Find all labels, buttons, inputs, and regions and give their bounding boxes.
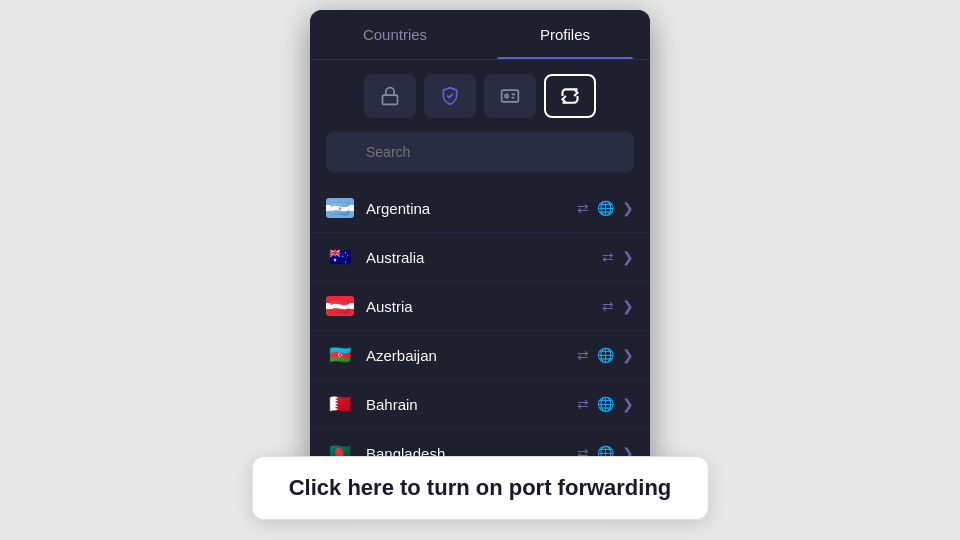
svg-rect-1 bbox=[502, 90, 519, 102]
flag-bahrain: 🇧🇭 bbox=[326, 394, 354, 414]
table-row[interactable]: 🇦🇿 Azerbaijan ⇄ 🌐 ❯ bbox=[310, 331, 650, 380]
country-name: Azerbaijan bbox=[366, 347, 577, 364]
tooltip-banner[interactable]: Click here to turn on port forwarding bbox=[252, 456, 709, 520]
tab-countries[interactable]: Countries bbox=[310, 10, 480, 59]
country-actions: ⇄ 🌐 ❯ bbox=[577, 347, 634, 363]
globe-icon[interactable]: 🌐 bbox=[597, 200, 614, 216]
country-actions: ⇄ 🌐 ❯ bbox=[577, 200, 634, 216]
tab-profiles[interactable]: Profiles bbox=[480, 10, 650, 59]
svg-point-2 bbox=[505, 94, 508, 97]
chevron-icon[interactable]: ❯ bbox=[622, 347, 634, 363]
table-row[interactable]: 🇦🇺 Australia ⇄ ❯ bbox=[310, 233, 650, 282]
search-container: 🔍 bbox=[310, 132, 650, 184]
lock-icon bbox=[380, 86, 400, 106]
forward-icon[interactable]: ⇄ bbox=[577, 200, 589, 216]
idcard-icon bbox=[500, 86, 520, 106]
vpn-panel: Countries Profiles bbox=[310, 10, 650, 478]
shield-icon-btn[interactable] bbox=[424, 74, 476, 118]
globe-icon[interactable]: 🌐 bbox=[597, 396, 614, 412]
portforward-icon bbox=[560, 86, 580, 106]
forward-icon[interactable]: ⇄ bbox=[602, 249, 614, 265]
icon-toolbar bbox=[310, 60, 650, 132]
table-row[interactable]: 🇦🇹 Austria ⇄ ❯ bbox=[310, 282, 650, 331]
forward-icon[interactable]: ⇄ bbox=[577, 396, 589, 412]
flag-austria: 🇦🇹 bbox=[326, 296, 354, 316]
chevron-icon[interactable]: ❯ bbox=[622, 249, 634, 265]
chevron-icon[interactable]: ❯ bbox=[622, 298, 634, 314]
country-actions: ⇄ ❯ bbox=[602, 249, 634, 265]
tab-bar: Countries Profiles bbox=[310, 10, 650, 60]
table-row[interactable]: 🇧🇭 Bahrain ⇄ 🌐 ❯ bbox=[310, 380, 650, 429]
country-name: Austria bbox=[366, 298, 602, 315]
flag-azerbaijan: 🇦🇿 bbox=[326, 345, 354, 365]
table-row[interactable]: 🇦🇷 Argentina ⇄ 🌐 ❯ bbox=[310, 184, 650, 233]
idcard-icon-btn[interactable] bbox=[484, 74, 536, 118]
country-name: Australia bbox=[366, 249, 602, 266]
country-name: Bahrain bbox=[366, 396, 577, 413]
forward-icon[interactable]: ⇄ bbox=[577, 347, 589, 363]
flag-australia: 🇦🇺 bbox=[326, 247, 354, 267]
shield-icon bbox=[440, 86, 460, 106]
forward-icon[interactable]: ⇄ bbox=[602, 298, 614, 314]
country-list: 🇦🇷 Argentina ⇄ 🌐 ❯ 🇦🇺 Australia ⇄ ❯ bbox=[310, 184, 650, 478]
country-actions: ⇄ 🌐 ❯ bbox=[577, 396, 634, 412]
chevron-icon[interactable]: ❯ bbox=[622, 200, 634, 216]
chevron-icon[interactable]: ❯ bbox=[622, 396, 634, 412]
svg-rect-0 bbox=[383, 95, 398, 104]
flag-argentina: 🇦🇷 bbox=[326, 198, 354, 218]
lock-icon-btn[interactable] bbox=[364, 74, 416, 118]
tooltip-text: Click here to turn on port forwarding bbox=[289, 475, 672, 500]
search-input[interactable] bbox=[326, 132, 634, 172]
search-wrapper: 🔍 bbox=[326, 132, 634, 172]
page-container: Countries Profiles bbox=[0, 0, 960, 540]
country-name: Argentina bbox=[366, 200, 577, 217]
portforward-icon-btn[interactable] bbox=[544, 74, 596, 118]
country-actions: ⇄ ❯ bbox=[602, 298, 634, 314]
globe-icon[interactable]: 🌐 bbox=[597, 347, 614, 363]
